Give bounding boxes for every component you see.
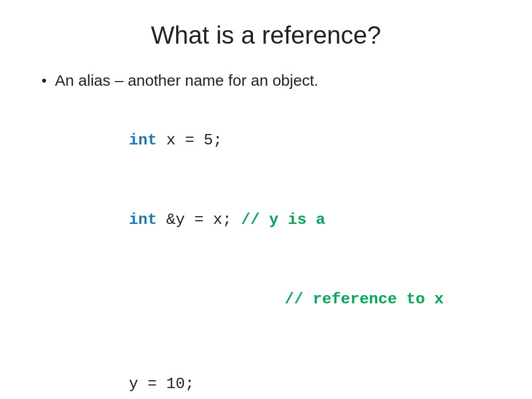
code-line-1: int x = 5;	[73, 101, 501, 180]
comment-2: // reference to x	[285, 290, 444, 308]
code-block: int x = 5; int &y = x; // y is a // refe…	[73, 101, 501, 399]
code-line-3: // reference to x	[73, 260, 501, 339]
content-area: • An alias – another name for an object.…	[31, 70, 501, 399]
bullet-item: • An alias – another name for an object.	[42, 70, 501, 90]
comment-1: // y is a	[241, 211, 325, 229]
code-line-2: int &y = x; // y is a	[73, 180, 501, 260]
code-line-4-text: y = 10;	[129, 375, 194, 393]
keyword-int-1: int	[129, 131, 157, 149]
slide-title: What is a reference?	[31, 21, 501, 49]
code-line-4: y = 10;	[73, 344, 501, 399]
code-line-2-rest: &y = x;	[157, 211, 232, 229]
bullet-text: An alias – another name for an object.	[55, 70, 318, 90]
bullet-dot: •	[42, 71, 47, 90]
code-line-1-rest: x = 5;	[157, 131, 222, 149]
keyword-int-2: int	[129, 211, 157, 229]
